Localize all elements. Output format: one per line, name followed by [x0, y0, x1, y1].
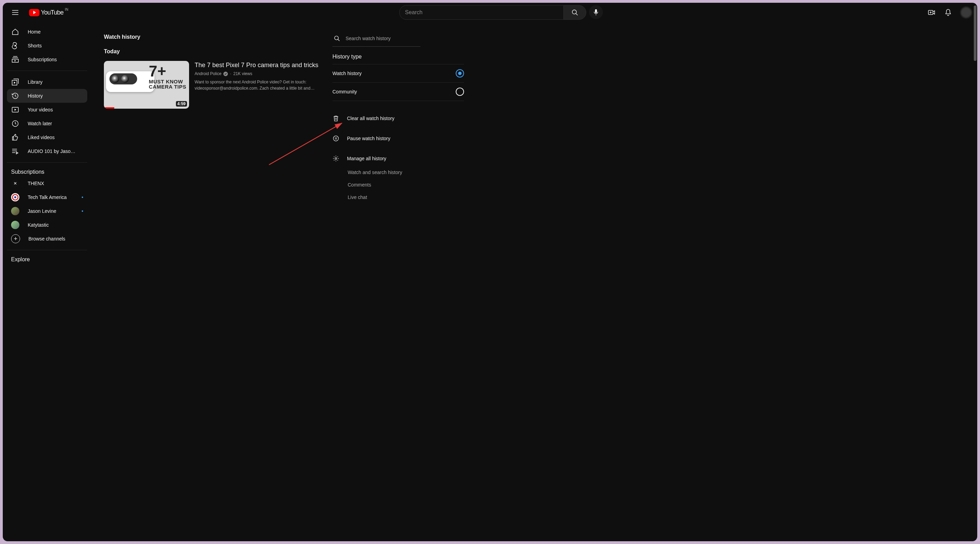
scrollbar-thumb[interactable] — [974, 6, 977, 61]
sublink-watch-search-history[interactable]: Watch and search history — [348, 170, 464, 175]
voice-search-button[interactable] — [589, 5, 603, 19]
sidebar-item-shorts[interactable]: Shorts — [7, 39, 87, 52]
country-code: IN — [65, 8, 68, 11]
browse-label: Browse channels — [29, 236, 65, 241]
youtube-logo[interactable]: YouTube IN — [29, 9, 64, 16]
playlist-icon — [11, 147, 19, 155]
your-videos-icon — [11, 106, 19, 114]
sidebar-item-library[interactable]: Library — [7, 75, 87, 89]
sidebar-item-label: Liked videos — [28, 135, 55, 140]
video-thumbnail[interactable]: 7+ MUST KNOW CAMERA TIPS 4:59 — [104, 61, 189, 109]
sidebar-item-history[interactable]: History — [7, 89, 87, 103]
channel-name[interactable]: Android Police — [195, 71, 221, 76]
hamburger-menu-button[interactable] — [8, 6, 22, 19]
view-count: 21K views — [234, 71, 253, 76]
channel-avatar-icon — [11, 207, 19, 215]
sidebar-item-your-videos[interactable]: Your videos — [7, 103, 87, 117]
section-title: Today — [104, 48, 326, 55]
create-button[interactable] — [924, 6, 939, 19]
sidebar-item-label: Library — [28, 79, 43, 85]
bell-icon — [944, 8, 952, 17]
thumbs-up-icon — [11, 133, 19, 141]
mic-icon — [592, 8, 600, 16]
video-row[interactable]: 7+ MUST KNOW CAMERA TIPS 4:59 The 7 best… — [104, 61, 326, 109]
clear-watch-history-button[interactable]: Clear all watch history — [332, 109, 464, 127]
sublink-live-chat[interactable]: Live chat — [348, 195, 464, 200]
channel-avatar-icon — [11, 221, 19, 229]
search-input[interactable] — [399, 5, 563, 20]
sidebar-item-playlist[interactable]: AUDIO 101 by Jaso… — [7, 144, 87, 158]
history-search[interactable] — [332, 33, 420, 47]
sidebar-item-label: Shorts — [28, 43, 41, 48]
sidebar-item-label: Home — [28, 29, 40, 35]
search-button[interactable] — [563, 5, 586, 20]
action-label: Clear all watch history — [347, 116, 395, 121]
history-type-community[interactable]: Community — [332, 83, 464, 101]
svg-rect-1 — [595, 10, 597, 13]
thumbnail-sub-text: MUST KNOW — [149, 79, 186, 84]
svg-point-8 — [334, 36, 338, 40]
video-title[interactable]: The 7 best Pixel 7 Pro camera tips and t… — [195, 61, 326, 69]
sidebar-item-label: Watch later — [28, 121, 52, 126]
sidebar-item-label: History — [28, 93, 43, 98]
thumbnail-big-text: 7+ — [149, 63, 186, 79]
search-icon — [571, 8, 579, 17]
radio-label: Watch history — [332, 71, 361, 76]
svg-point-9 — [334, 136, 339, 141]
channel-name: Tech Talk America — [28, 195, 67, 200]
library-icon — [11, 78, 19, 86]
sidebar-item-label: Your videos — [28, 107, 53, 113]
subscriptions-header: Subscriptions — [7, 167, 87, 176]
gear-icon — [332, 155, 339, 162]
sidebar-item-liked-videos[interactable]: Liked videos — [7, 130, 87, 144]
page-title: Watch history — [104, 34, 326, 40]
svg-point-7 — [14, 196, 16, 198]
search-container — [69, 5, 919, 20]
subscription-channel[interactable]: Tech Talk America — [7, 190, 87, 204]
action-label: Pause watch history — [347, 136, 390, 141]
sidebar-item-watch-later[interactable]: Watch later — [7, 117, 87, 130]
pause-circle-icon — [332, 135, 339, 142]
subscriptions-icon — [11, 56, 19, 63]
explore-header: Explore — [7, 254, 87, 264]
shorts-icon — [11, 41, 19, 50]
watch-progress-bar — [104, 107, 114, 109]
channel-avatar-icon — [11, 193, 19, 201]
svg-point-10 — [335, 158, 337, 160]
radio-label: Community — [332, 89, 357, 95]
channel-avatar-icon: ✕ — [11, 179, 19, 187]
main-content: Watch history Today 7+ MUST KNOW CAMERA … — [91, 22, 977, 541]
notifications-button[interactable] — [941, 6, 955, 19]
history-search-input[interactable] — [345, 35, 420, 41]
sublink-comments[interactable]: Comments — [348, 182, 464, 187]
subscription-channel[interactable]: ✕ THENX — [7, 176, 87, 190]
play-icon — [29, 9, 40, 16]
manage-all-history-button[interactable]: Manage all history — [332, 149, 464, 168]
sidebar-item-label: Subscriptions — [28, 57, 57, 62]
sidebar-item-home[interactable]: Home — [7, 25, 87, 39]
history-controls-rail: History type Watch history Community Cle… — [332, 30, 464, 541]
plus-circle-icon: + — [11, 234, 20, 243]
trash-icon — [332, 115, 339, 122]
history-icon — [11, 92, 19, 100]
subscription-channel[interactable]: Jason Levine — [7, 204, 87, 218]
history-type-watch[interactable]: Watch history — [332, 64, 464, 83]
sidebar: Home Shorts Subscriptions Library — [3, 22, 91, 541]
new-content-dot-icon — [82, 210, 83, 212]
svg-point-0 — [572, 10, 576, 14]
channel-name: Katytastic — [28, 222, 49, 228]
create-video-icon — [928, 8, 935, 17]
browse-channels-button[interactable]: + Browse channels — [7, 232, 87, 246]
account-avatar[interactable] — [961, 7, 972, 18]
search-icon — [333, 35, 341, 42]
thumbnail-text: 7+ MUST KNOW CAMERA TIPS — [149, 63, 186, 89]
new-content-dot-icon — [82, 197, 83, 198]
pause-watch-history-button[interactable]: Pause watch history — [332, 129, 464, 147]
sidebar-item-label: AUDIO 101 by Jaso… — [28, 149, 75, 154]
radio-unselected-icon — [456, 87, 464, 96]
action-label: Manage all history — [347, 156, 387, 161]
video-duration: 4:59 — [176, 101, 187, 106]
sidebar-item-subscriptions[interactable]: Subscriptions — [7, 52, 87, 67]
subscription-channel[interactable]: Katytastic — [7, 218, 87, 232]
verified-icon — [223, 71, 228, 76]
